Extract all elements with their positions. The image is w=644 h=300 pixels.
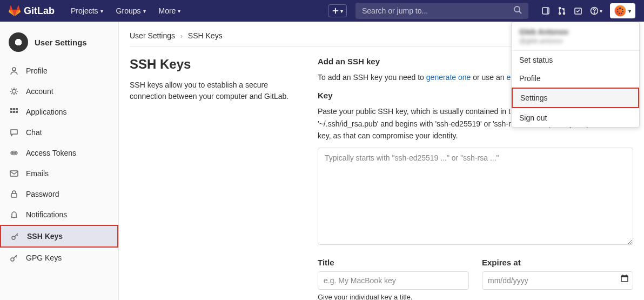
gitlab-logo-icon bbox=[9, 5, 21, 17]
svg-rect-24 bbox=[11, 194, 17, 197]
header-icons: ▾ ▾ bbox=[541, 3, 635, 18]
dropdown-user-name: Gleb Antonov bbox=[519, 28, 632, 36]
dropdown-profile[interactable]: Profile bbox=[512, 69, 639, 88]
user-dropdown: Gleb Antonov @gleb.antonov Set status Pr… bbox=[511, 22, 640, 128]
title-input[interactable] bbox=[318, 271, 469, 290]
svg-rect-13 bbox=[10, 108, 12, 110]
new-button[interactable]: ▾ bbox=[328, 4, 347, 17]
sidebar-item-notifications[interactable]: Notifications bbox=[0, 204, 118, 225]
sidebar-header[interactable]: User Settings bbox=[0, 28, 118, 61]
dropdown-settings[interactable]: Settings bbox=[512, 88, 639, 108]
sidebar: User Settings Profile Account Applicatio… bbox=[0, 22, 119, 300]
sidebar-item-emails[interactable]: Emails bbox=[0, 163, 118, 184]
sidebar-title: User Settings bbox=[35, 38, 87, 47]
sidebar-item-applications[interactable]: Applications bbox=[0, 102, 118, 122]
nav-more[interactable]: More▾ bbox=[153, 3, 186, 18]
svg-point-12 bbox=[12, 90, 16, 94]
sidebar-item-label: Password bbox=[26, 190, 59, 198]
title-label: Title bbox=[318, 258, 469, 267]
breadcrumb-link[interactable]: User Settings bbox=[130, 31, 175, 40]
nav-projects[interactable]: Projects▾ bbox=[65, 3, 109, 18]
chevron-right-icon: › bbox=[180, 32, 183, 40]
svg-rect-28 bbox=[621, 276, 628, 277]
sidebar-item-ssh-keys[interactable]: SSH Keys bbox=[0, 225, 118, 248]
sidebar-item-label: GPG Keys bbox=[26, 254, 62, 262]
dropdown-user-handle: @gleb.antonov bbox=[519, 37, 632, 45]
sidebar-item-label: Account bbox=[26, 87, 53, 96]
todos-icon[interactable] bbox=[574, 6, 582, 15]
chevron-down-icon: ▾ bbox=[628, 8, 631, 14]
merge-requests-icon[interactable] bbox=[558, 6, 566, 15]
dropdown-sign-out[interactable]: Sign out bbox=[512, 109, 639, 127]
svg-rect-30 bbox=[626, 275, 627, 276]
generate-one-link[interactable]: generate one bbox=[426, 73, 471, 82]
sidebar-item-account[interactable]: Account bbox=[0, 81, 118, 102]
key-icon bbox=[11, 232, 19, 241]
sidebar-item-gpg-keys[interactable]: GPG Keys bbox=[0, 248, 118, 268]
svg-rect-29 bbox=[622, 275, 623, 276]
chat-icon bbox=[10, 128, 18, 137]
plus-icon bbox=[332, 7, 339, 15]
svg-rect-15 bbox=[16, 108, 18, 110]
token-icon bbox=[10, 149, 18, 157]
page-title: SSH Keys bbox=[130, 57, 292, 72]
help-icon[interactable]: ▾ bbox=[590, 6, 602, 15]
top-header: GitLab Projects▾ Groups▾ More▾ ▾ ▾ ▾ bbox=[0, 0, 644, 22]
user-menu-button[interactable]: ▾ bbox=[610, 3, 635, 18]
account-icon bbox=[10, 87, 18, 96]
svg-rect-4 bbox=[542, 8, 549, 14]
key-icon bbox=[10, 254, 18, 262]
brand-text: GitLab bbox=[24, 5, 55, 17]
svg-point-21 bbox=[14, 152, 15, 154]
svg-rect-1 bbox=[333, 10, 339, 11]
page-description: SSH keys allow you to establish a secure… bbox=[130, 79, 292, 102]
applications-icon bbox=[10, 108, 18, 116]
sidebar-item-chat[interactable]: Chat bbox=[0, 122, 118, 143]
title-hint: Give your individual key a title. bbox=[318, 293, 469, 300]
svg-rect-23 bbox=[10, 171, 18, 176]
svg-point-20 bbox=[12, 152, 13, 154]
dropdown-user-info: Gleb Antonov @gleb.antonov bbox=[512, 22, 639, 51]
expires-label: Expires at bbox=[482, 258, 633, 267]
issues-icon[interactable] bbox=[541, 6, 550, 15]
primary-nav: Projects▾ Groups▾ More▾ bbox=[65, 3, 186, 18]
search-input[interactable] bbox=[362, 6, 513, 15]
svg-rect-16 bbox=[10, 111, 12, 113]
chevron-down-icon: ▾ bbox=[100, 8, 103, 14]
svg-line-3 bbox=[519, 11, 521, 14]
calendar-icon[interactable] bbox=[620, 274, 629, 285]
chevron-down-icon: ▾ bbox=[143, 8, 146, 14]
svg-point-22 bbox=[15, 152, 16, 154]
sidebar-item-label: Chat bbox=[26, 128, 42, 137]
breadcrumb-current: SSH Keys bbox=[188, 31, 223, 40]
chevron-down-icon: ▾ bbox=[600, 8, 602, 14]
avatar bbox=[614, 5, 626, 17]
svg-point-2 bbox=[514, 6, 520, 12]
sidebar-item-password[interactable]: Password bbox=[0, 184, 118, 204]
sidebar-item-profile[interactable]: Profile bbox=[0, 61, 118, 81]
svg-rect-17 bbox=[13, 111, 15, 113]
chevron-down-icon: ▾ bbox=[178, 8, 180, 14]
sidebar-item-label: Notifications bbox=[26, 210, 67, 219]
expires-input[interactable] bbox=[482, 271, 633, 290]
chevron-down-icon: ▾ bbox=[340, 8, 343, 14]
sidebar-item-access-tokens[interactable]: Access Tokens bbox=[0, 143, 118, 163]
avatar bbox=[9, 32, 28, 52]
sidebar-item-label: Emails bbox=[26, 169, 49, 178]
svg-point-10 bbox=[594, 12, 594, 13]
sidebar-item-label: SSH Keys bbox=[27, 232, 63, 241]
profile-icon bbox=[10, 66, 18, 75]
svg-rect-18 bbox=[16, 111, 18, 113]
sidebar-item-label: Applications bbox=[26, 108, 67, 116]
search-container bbox=[355, 3, 528, 19]
lock-icon bbox=[10, 190, 18, 198]
brand[interactable]: GitLab bbox=[9, 5, 55, 17]
key-textarea[interactable] bbox=[318, 148, 633, 245]
email-icon bbox=[10, 169, 18, 178]
svg-point-11 bbox=[12, 68, 16, 71]
dropdown-set-status[interactable]: Set status bbox=[512, 51, 639, 69]
nav-groups[interactable]: Groups▾ bbox=[111, 3, 151, 18]
bell-icon bbox=[10, 210, 18, 219]
main-content: User Settings › SSH Keys SSH Keys SSH ke… bbox=[119, 22, 644, 300]
search-icon[interactable] bbox=[513, 5, 522, 16]
